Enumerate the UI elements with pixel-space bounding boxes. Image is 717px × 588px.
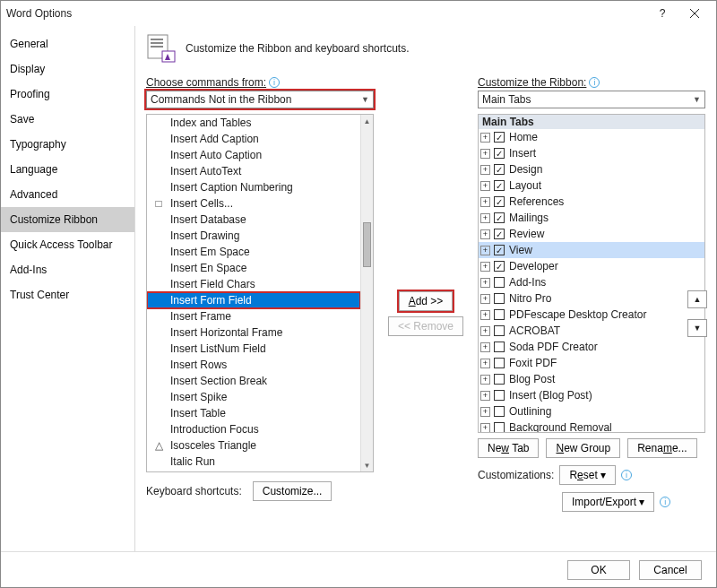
sidebar-item-general[interactable]: General (1, 31, 134, 56)
expander-icon[interactable]: + (480, 149, 490, 159)
expander-icon[interactable]: + (480, 326, 490, 336)
sidebar-item-typography[interactable]: Typography (1, 132, 134, 157)
expander-icon[interactable]: + (480, 181, 490, 191)
list-item[interactable]: Insert Drawing (147, 228, 360, 244)
sidebar-item-trust-center[interactable]: Trust Center (1, 282, 134, 307)
list-item[interactable]: Insert Caption Numbering (147, 179, 360, 195)
expander-icon[interactable]: + (480, 310, 490, 320)
list-item[interactable]: Insert Table (147, 405, 360, 421)
add-button[interactable]: Add >> (399, 291, 454, 311)
list-item[interactable]: Italic Run (147, 454, 360, 470)
list-item[interactable]: Insert AutoText (147, 163, 360, 179)
new-tab-button[interactable]: New Tab (478, 438, 539, 458)
tree-item-add-ins[interactable]: +Add-Ins (479, 274, 704, 290)
tree-item-foxit-pdf[interactable]: +Foxit PDF (479, 355, 704, 371)
checkbox[interactable] (494, 390, 505, 401)
sidebar-item-language[interactable]: Language (1, 157, 134, 182)
sidebar-item-save[interactable]: Save (1, 107, 134, 132)
expander-icon[interactable]: + (480, 359, 490, 368)
tree-item-nitro-pro[interactable]: +Nitro Pro (479, 290, 704, 307)
expander-icon[interactable]: + (480, 407, 490, 417)
tree-item-mailings[interactable]: +✓Mailings (479, 210, 704, 226)
expander-icon[interactable]: + (480, 262, 490, 272)
list-item[interactable]: Insert Database (147, 212, 360, 228)
expander-icon[interactable]: + (480, 246, 490, 255)
help-icon[interactable]: i (621, 470, 632, 480)
sidebar-item-display[interactable]: Display (1, 56, 134, 82)
expander-icon[interactable]: + (480, 213, 490, 223)
list-item[interactable]: Index and Tables (147, 115, 360, 131)
checkbox[interactable]: ✓ (494, 132, 505, 143)
choose-commands-dropdown[interactable]: Commands Not in the Ribbon ▼ (146, 91, 374, 108)
checkbox[interactable] (494, 374, 505, 385)
checkbox[interactable]: ✓ (494, 148, 505, 159)
scroll-thumb[interactable] (363, 222, 371, 267)
list-item[interactable]: Insert Form Field (147, 292, 360, 308)
list-item[interactable]: Introduction Focus (147, 421, 360, 437)
tree-item-insert[interactable]: +✓Insert (479, 145, 704, 161)
tree-item-insert-blog-post-[interactable]: +Insert (Blog Post) (479, 387, 704, 403)
expander-icon[interactable]: + (480, 423, 490, 433)
expander-icon[interactable]: + (480, 391, 490, 401)
scrollbar[interactable]: ▲ ▼ (360, 115, 373, 471)
reset-dropdown[interactable]: Reset ▾ (559, 465, 616, 485)
tree-item-view[interactable]: +✓View (479, 242, 704, 258)
checkbox[interactable]: ✓ (494, 164, 505, 175)
tree-item-soda-pdf-creator[interactable]: +Soda PDF Creator (479, 339, 704, 355)
tree-item-pdfescape-desktop-creator[interactable]: +PDFescape Desktop Creator (479, 307, 704, 323)
expander-icon[interactable]: + (480, 278, 490, 288)
expander-icon[interactable]: + (480, 133, 490, 143)
checkbox[interactable] (494, 422, 505, 432)
checkbox[interactable]: ✓ (494, 212, 505, 223)
checkbox[interactable] (494, 342, 505, 352)
list-item[interactable]: Insert Spike (147, 389, 360, 405)
checkbox[interactable]: ✓ (494, 229, 505, 239)
expander-icon[interactable]: + (480, 197, 490, 207)
tree-item-blog-post[interactable]: +Blog Post (479, 371, 704, 387)
list-item[interactable]: Insert En Space (147, 260, 360, 276)
list-item[interactable]: □Insert Cells... (147, 195, 360, 212)
close-button[interactable] (678, 3, 711, 24)
list-item[interactable]: Insert Field Chars (147, 276, 360, 292)
tabs-tree[interactable]: Main Tabs+✓Home+✓Insert+✓Design+✓Layout+… (478, 114, 705, 433)
list-item[interactable]: Insert Auto Caption (147, 147, 360, 163)
expander-icon[interactable]: + (480, 375, 490, 385)
customize-shortcuts-button[interactable]: Customize... (253, 481, 333, 501)
help-icon[interactable]: i (660, 497, 670, 507)
scroll-down-button[interactable]: ▼ (361, 459, 373, 471)
tree-item-developer[interactable]: +✓Developer (479, 258, 704, 274)
list-item[interactable]: Insert Em Space (147, 244, 360, 260)
list-item[interactable]: Insert Add Caption (147, 131, 360, 147)
scroll-up-button[interactable]: ▲ (361, 115, 373, 127)
tree-item-background-removal[interactable]: +Background Removal (479, 419, 704, 432)
tree-item-layout[interactable]: +✓Layout (479, 177, 704, 194)
tree-item-outlining[interactable]: +Outlining (479, 403, 704, 419)
checkbox[interactable] (494, 406, 505, 417)
commands-listbox[interactable]: Index and TablesInsert Add CaptionInsert… (146, 114, 374, 472)
checkbox[interactable]: ✓ (494, 196, 505, 207)
checkbox[interactable]: ✓ (494, 245, 505, 255)
list-item[interactable]: ALabel (ActiveX Control) (147, 470, 360, 471)
sidebar-item-proofing[interactable]: Proofing (1, 82, 134, 107)
sidebar-item-quick-access-toolbar[interactable]: Quick Access Toolbar (1, 232, 134, 257)
checkbox[interactable]: ✓ (494, 180, 505, 191)
new-group-button[interactable]: New Group (546, 438, 620, 458)
list-item[interactable]: △Isosceles Triangle (147, 437, 360, 454)
expander-icon[interactable]: + (480, 165, 490, 175)
move-down-button[interactable]: ▼ (687, 319, 707, 337)
list-item[interactable]: Insert Rows (147, 357, 360, 373)
tree-item-references[interactable]: +✓References (479, 194, 704, 210)
checkbox[interactable] (494, 325, 505, 336)
list-item[interactable]: Insert Section Break (147, 373, 360, 389)
sidebar-item-add-ins[interactable]: Add-Ins (1, 257, 134, 282)
tree-item-home[interactable]: +✓Home (479, 129, 704, 145)
rename-button[interactable]: Rename... (627, 438, 696, 458)
help-icon[interactable]: i (589, 77, 600, 88)
checkbox[interactable] (494, 309, 505, 320)
checkbox[interactable] (494, 293, 505, 304)
expander-icon[interactable]: + (480, 229, 490, 239)
help-button[interactable]: ? (646, 3, 678, 24)
expander-icon[interactable]: + (480, 294, 490, 304)
checkbox[interactable]: ✓ (494, 261, 505, 272)
tree-item-review[interactable]: +✓Review (479, 226, 704, 242)
